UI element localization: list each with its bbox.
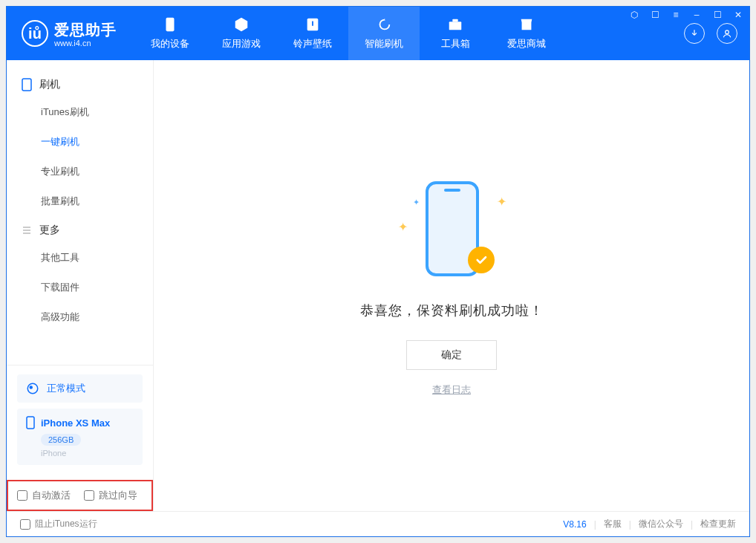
sidebar-item-advanced[interactable]: 高级功能: [7, 302, 153, 332]
sparkle-icon: ✦: [398, 220, 408, 234]
svg-rect-8: [27, 417, 34, 429]
svg-rect-0: [166, 18, 175, 31]
device-phone-icon: [26, 416, 35, 429]
toolbox-icon: [447, 16, 463, 33]
download-icon: [689, 28, 700, 39]
tab-label: 工具箱: [441, 37, 470, 51]
sidebar-item-batch-flash[interactable]: 批量刷机: [7, 186, 153, 216]
device-name: iPhone XS Max: [41, 417, 110, 429]
music-icon: [304, 16, 321, 33]
illus-check-badge: [468, 247, 495, 273]
success-message: 恭喜您，保资料刷机成功啦！: [360, 302, 544, 319]
brand: iů 爱思助手 www.i4.cn: [7, 7, 134, 60]
refresh-icon: [376, 16, 392, 33]
header: ⬡ ☐ ≡ – ☐ ✕ iů 爱思助手 www.i4.cn 我的设备 应用游戏: [7, 7, 749, 60]
list-icon: [22, 225, 32, 235]
sidebar-item-download-firmware[interactable]: 下载固件: [7, 273, 153, 302]
sidebar-item-oneclick-flash[interactable]: 一键刷机: [7, 127, 153, 157]
svg-rect-5: [22, 79, 31, 91]
sidebar-item-pro-flash[interactable]: 专业刷机: [7, 157, 153, 186]
svg-point-7: [30, 386, 32, 388]
phone-icon: [162, 16, 178, 33]
main-content: ✦ ✦ ✦ 恭喜您，保资料刷机成功啦！ 确定 查看日志: [154, 60, 749, 511]
sparkle-icon: ✦: [497, 195, 506, 209]
flash-options-highlighted: 自动激活 跳过向导: [7, 480, 153, 511]
checkbox-auto-activate[interactable]: 自动激活: [17, 489, 71, 502]
user-icon: [722, 28, 732, 39]
svg-rect-2: [449, 22, 462, 30]
sidebar-section-flash: 刷机: [7, 71, 153, 97]
tab-tools[interactable]: 工具箱: [420, 7, 491, 60]
sidebar-item-itunes-flash[interactable]: iTunes刷机: [7, 97, 153, 127]
success-illustration: ✦ ✦ ✦: [377, 175, 526, 287]
nav-tabs: 我的设备 应用游戏 铃声壁纸 智能刷机 工具箱 爱思商城: [134, 7, 562, 60]
menu-icon[interactable]: ≡: [671, 10, 681, 20]
tab-flash[interactable]: 智能刷机: [348, 7, 420, 60]
sidebar-item-other-tools[interactable]: 其他工具: [7, 243, 153, 273]
download-button[interactable]: [684, 23, 705, 44]
store-icon: [518, 16, 535, 33]
svg-rect-3: [452, 19, 457, 22]
maximize-icon[interactable]: ☐: [712, 10, 723, 20]
brand-name: 爱思助手: [54, 20, 117, 40]
device-type: iPhone: [41, 449, 134, 458]
checkbox-block-itunes[interactable]: 阻止iTunes运行: [20, 518, 97, 530]
device-mode[interactable]: 正常模式: [17, 374, 143, 403]
skin-icon[interactable]: ☐: [650, 10, 660, 20]
version-label: V8.16: [563, 519, 586, 530]
ok-button[interactable]: 确定: [406, 340, 497, 370]
wechat-link[interactable]: 微信公众号: [639, 518, 683, 530]
mode-icon: [26, 382, 39, 395]
checkbox-input[interactable]: [17, 490, 27, 501]
close-icon[interactable]: ✕: [733, 10, 743, 20]
checkbox-input[interactable]: [84, 490, 94, 501]
tab-label: 铃声壁纸: [293, 37, 332, 51]
sidebar-section-more: 更多: [7, 216, 153, 243]
sidebar: 刷机 iTunes刷机 一键刷机 专业刷机 批量刷机 更多 其他工具 下载固件 …: [7, 60, 154, 511]
tab-label: 应用游戏: [222, 37, 261, 51]
brand-url: www.i4.cn: [54, 39, 117, 48]
tab-ringtones[interactable]: 铃声壁纸: [277, 7, 348, 60]
check-icon: [475, 253, 488, 267]
logo-icon: iů: [22, 20, 48, 47]
svg-point-4: [726, 30, 729, 34]
sparkle-icon: ✦: [413, 198, 420, 207]
tab-label: 爱思商城: [507, 37, 546, 51]
check-update-link[interactable]: 检查更新: [700, 518, 736, 530]
window-controls: ⬡ ☐ ≡ – ☐ ✕: [629, 10, 743, 20]
checkbox-skip-guide[interactable]: 跳过向导: [84, 489, 137, 502]
cube-icon: [233, 16, 250, 33]
device-capacity: 256GB: [41, 434, 81, 446]
footer: 阻止iTunes运行 V8.16 | 客服 | 微信公众号 | 检查更新: [7, 511, 749, 536]
minimize-icon[interactable]: –: [691, 10, 702, 20]
svg-point-6: [27, 383, 38, 394]
device-info[interactable]: iPhone XS Max 256GB iPhone: [17, 409, 143, 465]
feedback-icon[interactable]: ⬡: [629, 10, 639, 20]
app-window: ⬡ ☐ ≡ – ☐ ✕ iů 爱思助手 www.i4.cn 我的设备 应用游戏: [6, 6, 750, 537]
sidebar-device-panel: 正常模式 iPhone XS Max 256GB iPhone: [7, 365, 153, 480]
account-button[interactable]: [717, 23, 737, 44]
checkbox-input[interactable]: [20, 519, 30, 530]
tab-store[interactable]: 爱思商城: [491, 7, 562, 60]
tab-label: 智能刷机: [365, 37, 403, 51]
view-log-link[interactable]: 查看日志: [432, 383, 471, 397]
tab-label: 我的设备: [151, 37, 189, 51]
phone-outline-icon: [22, 78, 32, 91]
result-panel: ✦ ✦ ✦ 恭喜您，保资料刷机成功啦！ 确定 查看日志: [360, 175, 544, 397]
support-link[interactable]: 客服: [604, 518, 622, 530]
body: 刷机 iTunes刷机 一键刷机 专业刷机 批量刷机 更多 其他工具 下载固件 …: [7, 60, 749, 511]
tab-apps[interactable]: 应用游戏: [206, 7, 277, 60]
tab-my-device[interactable]: 我的设备: [134, 7, 206, 60]
